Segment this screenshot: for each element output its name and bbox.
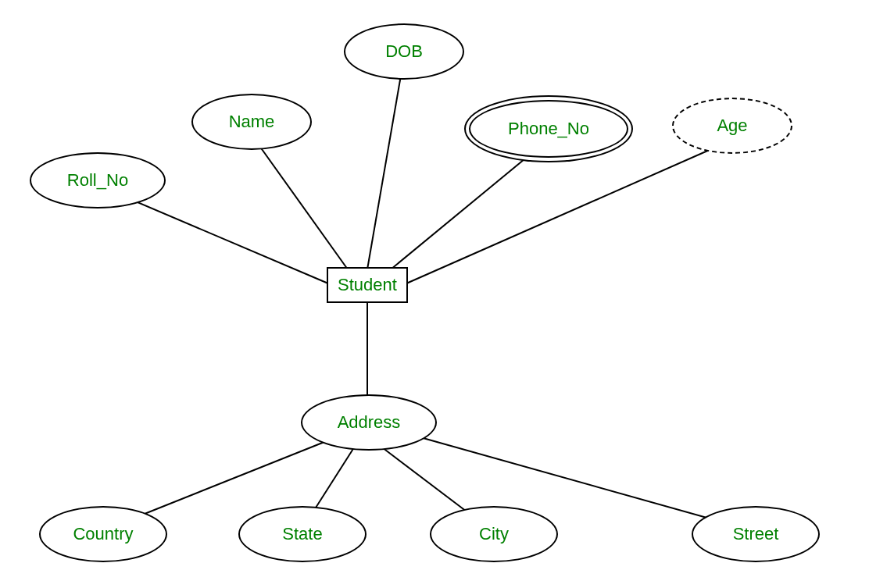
- attribute-dob: DOB: [344, 23, 464, 80]
- svg-line-1: [250, 133, 348, 269]
- attribute-phone-no-label: Phone_No: [508, 119, 589, 139]
- entity-student: Student: [327, 267, 408, 303]
- attribute-state: State: [238, 506, 367, 562]
- connector-lines: [0, 0, 869, 588]
- attribute-roll-no-label: Roll_No: [67, 170, 128, 191]
- attribute-name-label: Name: [229, 112, 275, 132]
- attribute-phone-no: Phone_No: [469, 100, 628, 158]
- attribute-street: Street: [692, 506, 820, 562]
- attribute-address: Address: [301, 394, 437, 451]
- svg-line-4: [406, 141, 731, 283]
- attribute-age: Age: [672, 98, 792, 154]
- attribute-age-label: Age: [717, 116, 747, 136]
- attribute-dob-label: DOB: [385, 41, 423, 62]
- attribute-state-label: State: [282, 524, 322, 544]
- attribute-city-label: City: [479, 524, 509, 544]
- entity-student-label: Student: [338, 275, 397, 295]
- svg-line-3: [391, 141, 547, 269]
- attribute-country-label: Country: [73, 524, 133, 544]
- er-diagram: Student Roll_No Name DOB Phone_No Age Ad…: [0, 0, 869, 588]
- attribute-street-label: Street: [733, 524, 779, 544]
- attribute-roll-no: Roll_No: [30, 152, 166, 208]
- attribute-address-label: Address: [338, 412, 401, 433]
- attribute-city: City: [430, 506, 558, 562]
- attribute-name: Name: [191, 94, 312, 150]
- svg-line-2: [367, 66, 402, 269]
- attribute-country: Country: [39, 506, 167, 562]
